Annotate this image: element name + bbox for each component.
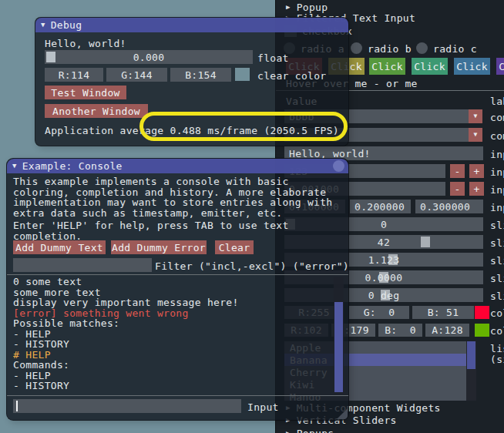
slider-value: 0.000 (45, 52, 253, 63)
float3-z-value: 0.300000 (420, 201, 470, 213)
tree-node-label: Popup (297, 2, 328, 13)
add-dummy-error-button[interactable]: Add Dummy Error (111, 240, 207, 254)
chevron-down-icon: ▼ (473, 132, 477, 138)
clear-color-label: clear color (257, 70, 326, 82)
slider-label: slider float (490, 255, 504, 267)
input-int-label: input int (490, 166, 504, 178)
color1-b-field[interactable]: B: 51 (412, 306, 474, 319)
click-button-3[interactable]: Click (369, 58, 405, 75)
combo-dropdown-button[interactable]: ▼ (469, 109, 482, 123)
input-float-label: input float (490, 184, 504, 196)
slider-label: slider int (490, 237, 504, 249)
resize-grip[interactable] (337, 408, 348, 419)
console-help-text: Enter 'HELP' for help, press TAB to use … (13, 220, 289, 241)
log-line: - HISTORY (13, 339, 329, 350)
color2-b-field[interactable]: B: 0 (378, 324, 422, 337)
slider-label: slider int (490, 220, 504, 231)
close-button[interactable] (333, 160, 344, 172)
tree-node-popup[interactable]: ▶Popup (286, 2, 328, 13)
tree-node-popups[interactable]: ▶Popups (286, 428, 334, 433)
input-text-label: input text (490, 149, 504, 160)
another-window-button[interactable]: Another Window (45, 104, 148, 118)
log-line: Commands: (13, 360, 329, 371)
console-scrollbar[interactable] (334, 277, 344, 394)
log-line-command: # HELP (13, 350, 329, 361)
console-input[interactable] (13, 399, 241, 413)
chevron-right-icon: ▶ (286, 4, 291, 11)
filter-input[interactable] (13, 258, 152, 272)
filter-label: Filter ("incl,-excl") ("error") (155, 260, 349, 272)
rgb-b-value: B:154 (185, 69, 217, 81)
rgb-r-value: R:114 (59, 69, 90, 81)
rgb-g-value: G:144 (121, 69, 153, 81)
float3-y-value: 0.200000 (354, 201, 405, 213)
click-button-5[interactable]: Click (454, 58, 490, 75)
listbox-label-1: listbox (490, 343, 504, 354)
input-float3-label: input float3 (490, 202, 504, 213)
log-line: Possible matches: (13, 318, 329, 329)
log-line: - HELP (13, 371, 329, 381)
log-line: - HISTORY (13, 381, 329, 391)
color2-a-field[interactable]: A:128 (425, 324, 469, 337)
console-window: ▼ Example: Console This example implemen… (6, 158, 349, 421)
float-slider[interactable]: 0.000 (45, 50, 253, 64)
color2-label: color 2 (490, 325, 504, 337)
chevron-down-icon: ▼ (473, 113, 477, 119)
console-description: This example implements a console with b… (13, 176, 332, 218)
color1-b: B: 51 (428, 307, 459, 318)
scrollbar-thumb[interactable] (334, 302, 343, 392)
collapse-icon[interactable]: ▼ (12, 163, 17, 170)
click-button-4[interactable]: Click (412, 58, 448, 75)
scrollbar-thumb[interactable] (467, 341, 475, 369)
radio-c[interactable] (416, 42, 428, 54)
log-line: display very important message here! (13, 297, 329, 308)
minus-button[interactable]: - (450, 164, 465, 178)
float-slider-label: float (257, 52, 289, 64)
listbox-label-2: (single select) (490, 354, 504, 365)
separator (7, 274, 349, 275)
color1-g: G: 0 (364, 307, 395, 318)
rgb-g-field[interactable]: G:144 (106, 68, 167, 82)
color2-b: B: 0 (385, 324, 416, 336)
combo-label: combo (490, 112, 504, 123)
separator (7, 395, 349, 396)
combo-scroll-label: combo scroll (490, 130, 504, 142)
color1-swatch[interactable] (475, 306, 489, 319)
radio-b[interactable] (351, 42, 362, 54)
minus-button[interactable]: - (450, 182, 465, 196)
color1-label: color 1 (490, 307, 504, 319)
console-titlebar[interactable]: ▼ Example: Console (7, 159, 348, 173)
click-button-6[interactable]: Click (496, 58, 504, 75)
color2-a: A:128 (432, 324, 463, 336)
greeting-text: Hello, world! (45, 38, 126, 49)
color2-swatch[interactable] (475, 324, 489, 337)
log-line: - HELP (13, 329, 329, 340)
input-float3-z[interactable]: 0.300000 (415, 200, 483, 213)
highlight-annotation (139, 112, 348, 141)
clear-color-swatch[interactable] (235, 68, 250, 81)
plus-button[interactable]: + (469, 164, 484, 178)
listbox-scrollbar[interactable] (466, 341, 476, 401)
window-title: Example: Console (22, 160, 123, 172)
clear-button[interactable]: Clear (215, 240, 254, 254)
text-caret (16, 401, 18, 411)
test-window-button[interactable]: Test Window (45, 86, 126, 99)
debug-titlebar[interactable]: ▼ Debug (35, 18, 348, 32)
rgb-b-field[interactable]: B:154 (170, 68, 231, 82)
radio-b-label: radio b (368, 43, 412, 55)
window-title: Debug (51, 19, 82, 31)
combo-dropdown-button[interactable]: ▼ (469, 128, 482, 142)
slider-label: slider log float (490, 273, 504, 284)
color1-g-field[interactable]: G: 0 (349, 306, 409, 319)
log-line: some more text (13, 287, 329, 298)
slider-label: slider angle (490, 290, 504, 302)
input-float3-y[interactable]: 0.200000 (350, 200, 411, 213)
collapse-icon[interactable]: ▼ (41, 22, 45, 29)
plus-button[interactable]: + (469, 182, 484, 196)
chevron-right-icon: ▶ (286, 430, 291, 433)
console-log[interactable]: 0 some text some more text display very … (13, 277, 329, 394)
log-line-error: [error] something went wrong (13, 308, 329, 319)
tree-node-label: Popups (297, 428, 334, 433)
rgb-r-field[interactable]: R:114 (45, 68, 103, 82)
add-dummy-text-button[interactable]: Add Dummy Text (13, 240, 106, 254)
